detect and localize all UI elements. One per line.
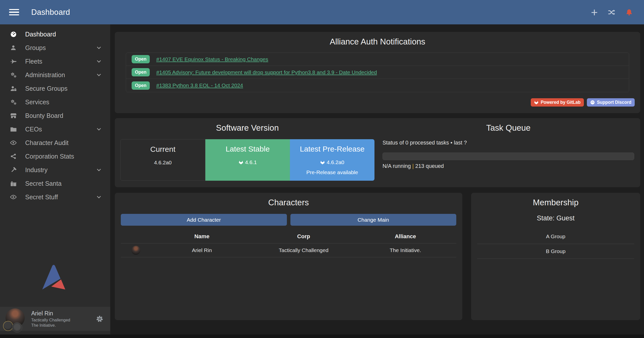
gauge-icon <box>8 31 19 38</box>
status-badge: Open <box>132 55 150 63</box>
eye-icon <box>8 194 19 201</box>
sidebar-item-label: Secret Santa <box>25 180 62 187</box>
task-queue-counts: N/A running|213 queued <box>383 163 634 169</box>
column-name: Name <box>151 233 253 240</box>
settings-gear-icon[interactable] <box>96 315 104 323</box>
membership-panel: Membership State: Guest A Group B Group <box>471 193 640 320</box>
powered-by-gitlab-badge[interactable]: Powered by GitLab <box>531 98 584 107</box>
top-navbar: Dashboard + <box>0 0 644 24</box>
notifications-title: Alliance Auth Notifications <box>126 37 629 46</box>
sidebar-item-secret-stuff[interactable]: Secret Stuff <box>0 190 110 204</box>
task-queue-title: Task Queue <box>383 123 634 133</box>
alliance-auth-logo <box>39 264 67 291</box>
chevron-down-icon <box>96 59 102 64</box>
add-icon[interactable]: + <box>591 9 598 16</box>
notifications-panel: Alliance Auth Notifications Open #1407 E… <box>115 32 640 113</box>
share-nodes-icon <box>8 153 19 160</box>
sidebar-item-character-audit[interactable]: Character Audit <box>0 136 110 150</box>
character-name: Ariel Rin <box>151 247 253 253</box>
column-corp: Corp <box>253 233 354 240</box>
notification-link[interactable]: #1383 Python 3.8 EOL - 14 Oct 2024 <box>156 82 243 88</box>
add-character-button[interactable]: Add Character <box>121 214 287 226</box>
column-alliance: Alliance <box>355 233 456 240</box>
fighter-jet-icon <box>8 58 19 65</box>
character-corp: Tactically Challenged <box>253 247 354 253</box>
sidebar-item-services[interactable]: Services <box>0 95 110 109</box>
bottom-edge <box>0 334 644 338</box>
gears-icon <box>8 99 19 106</box>
alliance-logo <box>12 322 22 332</box>
notification-row: Open #1405 Advisory: Future development … <box>126 66 629 79</box>
sidebar-item-label: Groups <box>25 44 46 52</box>
sidebar-item-label: Character Audit <box>25 139 68 147</box>
sidebar-item-label: Fleets <box>25 58 42 65</box>
characters-table-header: Name Corp Alliance <box>121 229 456 244</box>
sidebar-item-label: Secret Stuff <box>25 194 58 201</box>
list-item: B Group <box>477 244 634 259</box>
notification-row: Open #1407 EVE Equinox Status - Breaking… <box>126 53 629 66</box>
hamburger-menu-icon[interactable] <box>9 9 19 16</box>
status-badge: Open <box>132 81 150 90</box>
sidebar-item-label: Industry <box>25 166 48 174</box>
gitlab-icon <box>534 100 539 105</box>
character-alliance: The Initiative. <box>355 247 456 253</box>
sidebar-item-bounty-board[interactable]: Bounty Board <box>0 109 110 122</box>
corp-logo <box>3 321 13 331</box>
version-box-latest-stable: Latest Stable 4.6.1 <box>205 139 290 181</box>
user-avatar <box>6 308 26 329</box>
gears-icon <box>8 72 19 78</box>
version-box-group: Current 4.6.2a0 Latest Stable 4.6.1 Late… <box>120 139 374 181</box>
version-box-latest-prerelease: Latest Pre-Release 4.6.2a0 Pre-Release a… <box>290 139 374 181</box>
notification-link[interactable]: #1407 EVE Equinox Status - Breaking Chan… <box>156 56 268 62</box>
task-queue-status: Status of 0 processed tasks • last ? <box>383 140 634 146</box>
user-name: Ariel Rin <box>31 310 70 317</box>
user-corp: Tactically Challenged <box>31 317 70 323</box>
sidebar-item-label: Services <box>25 99 49 106</box>
sidebar-item-label: CEOs <box>25 126 42 133</box>
folder-icon <box>8 126 19 133</box>
sidebar-item-corporation-stats[interactable]: Corporation Stats <box>0 150 110 163</box>
change-main-button[interactable]: Change Main <box>290 214 457 226</box>
chevron-down-icon <box>96 45 102 51</box>
support-discord-badge[interactable]: Support Discord <box>587 98 635 107</box>
chevron-down-icon <box>96 126 102 132</box>
characters-panel: Characters Add Character Change Main Nam… <box>115 193 462 320</box>
character-row-portrait <box>131 246 140 255</box>
sidebar-item-label: Dashboard <box>25 31 56 38</box>
sidebar-item-administration[interactable]: Administration <box>0 68 110 82</box>
notifications-list: Open #1407 EVE Equinox Status - Breaking… <box>126 53 629 92</box>
chevron-down-icon <box>96 167 102 173</box>
sidebar-item-fleets[interactable]: Fleets <box>0 55 110 68</box>
gitlab-icon <box>239 160 243 165</box>
sidebar-item-label: Secure Groups <box>25 85 67 92</box>
gifts-icon <box>8 180 19 187</box>
sidebar-item-industry[interactable]: Industry <box>0 163 110 177</box>
software-taskqueue-panel: Software Version Current 4.6.2a0 Latest … <box>115 118 640 187</box>
sidebar-item-ceos[interactable]: CEOs <box>0 122 110 136</box>
version-box-current: Current 4.6.2a0 <box>120 139 205 181</box>
notification-row: Open #1383 Python 3.8 EOL - 14 Oct 2024 <box>126 79 629 92</box>
sidebar-item-label: Bounty Board <box>25 112 63 119</box>
main-content: Alliance Auth Notifications Open #1407 E… <box>110 24 644 334</box>
chevron-down-icon <box>96 72 102 78</box>
sidebar-item-label: Corporation Stats <box>25 153 74 160</box>
sidebar-item-secret-santa[interactable]: Secret Santa <box>0 177 110 190</box>
sidebar-item-secure-groups[interactable]: Secure Groups <box>0 82 110 95</box>
notification-link[interactable]: #1405 Advisory: Future development will … <box>156 69 377 75</box>
sidebar-item-groups[interactable]: Groups <box>0 41 110 55</box>
task-queue-progressbar <box>383 153 634 160</box>
page-title: Dashboard <box>31 8 70 17</box>
characters-title: Characters <box>121 198 456 207</box>
eye-icon <box>8 139 19 146</box>
user-alliance: The Initiative. <box>31 323 70 328</box>
characters-table: Name Corp Alliance Ariel Rin Tactically … <box>121 229 456 257</box>
notification-bell-icon[interactable] <box>625 8 633 16</box>
store-icon <box>8 112 19 119</box>
sidebar-item-dashboard[interactable]: Dashboard <box>0 27 110 41</box>
sidebar: Dashboard Groups Fleets Administra <box>0 24 110 334</box>
shuffle-icon[interactable] <box>607 9 616 16</box>
membership-title: Membership <box>477 198 634 207</box>
user-panel: Ariel Rin Tactically Challenged The Init… <box>0 307 110 331</box>
status-badge: Open <box>132 68 150 76</box>
software-version-title: Software Version <box>120 123 374 133</box>
